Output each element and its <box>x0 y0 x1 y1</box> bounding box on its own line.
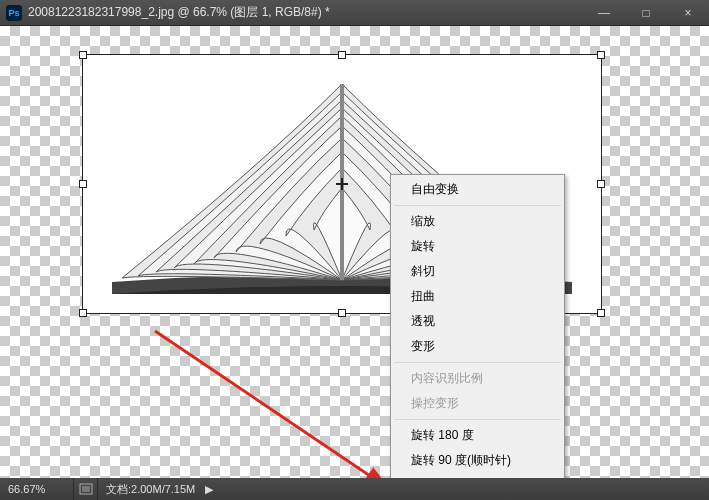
menu-item[interactable]: 自由变换 <box>393 177 562 202</box>
menu-item[interactable]: 变形 <box>393 334 562 359</box>
maximize-button[interactable]: □ <box>625 0 667 25</box>
svg-rect-4 <box>82 486 90 492</box>
status-zoom-level[interactable]: 66.67% <box>0 478 74 500</box>
transform-context-menu: 自由变换缩放旋转斜切扭曲透视变形内容识别比例操控变形旋转 180 度旋转 90 … <box>390 174 565 478</box>
minimize-button[interactable]: — <box>583 0 625 25</box>
canvas-area[interactable]: 自由变换缩放旋转斜切扭曲透视变形内容识别比例操控变形旋转 180 度旋转 90 … <box>0 26 709 478</box>
menu-item[interactable]: 扭曲 <box>393 284 562 309</box>
status-arrow-icon: ▶ <box>195 483 223 496</box>
menu-item[interactable]: 旋转 90 度(顺时针) <box>393 448 562 473</box>
status-preview-icon[interactable] <box>74 478 98 500</box>
statusbar: 66.67% 文档:2.00M/7.15M ▶ <box>0 478 709 500</box>
menu-item[interactable]: 斜切 <box>393 259 562 284</box>
menu-item[interactable]: 旋转 180 度 <box>393 423 562 448</box>
close-button[interactable]: × <box>667 0 709 25</box>
status-doc-text: 文档:2.00M/7.15M <box>106 482 195 497</box>
menu-separator <box>394 419 561 420</box>
preview-icon <box>79 483 93 495</box>
menu-separator <box>394 205 561 206</box>
menu-item[interactable]: 缩放 <box>393 209 562 234</box>
menu-item: 内容识别比例 <box>393 366 562 391</box>
photoshop-icon: Ps <box>6 5 22 21</box>
document-title: 20081223182317998_2.jpg @ 66.7% (图层 1, R… <box>28 4 583 21</box>
titlebar: Ps 20081223182317998_2.jpg @ 66.7% (图层 1… <box>0 0 709 26</box>
menu-separator <box>394 362 561 363</box>
status-document-info[interactable]: 文档:2.00M/7.15M ▶ <box>98 482 709 497</box>
menu-item[interactable]: 旋转 <box>393 234 562 259</box>
window-controls: — □ × <box>583 0 709 25</box>
menu-item: 操控变形 <box>393 391 562 416</box>
menu-item[interactable]: 透视 <box>393 309 562 334</box>
app-window: Ps 20081223182317998_2.jpg @ 66.7% (图层 1… <box>0 0 709 500</box>
